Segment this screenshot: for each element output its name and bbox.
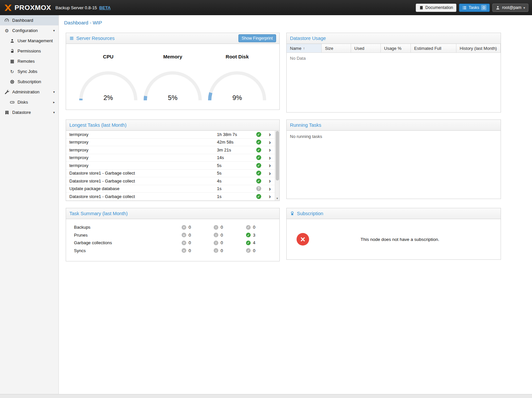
show-fingerprint-button[interactable]: Show Fingerprint xyxy=(238,34,276,42)
running-tasks-header: Running Tasks xyxy=(287,120,501,131)
sidebar-item-configuration[interactable]: ⚙ Configuration ▾ xyxy=(0,25,58,36)
summary-label: Backups xyxy=(66,225,182,230)
datastore-usage-panel: Datastore Usage Name ↑ Size Used Usage %… xyxy=(286,33,501,113)
summary-label: Prunes xyxy=(66,233,182,238)
chevron-right-icon[interactable]: › xyxy=(266,186,274,192)
life-ring-icon xyxy=(9,80,15,84)
column-header-history[interactable]: History (last Month) xyxy=(456,44,501,52)
chevron-right-icon[interactable]: ▸ xyxy=(53,100,55,104)
task-status-icon: ✓ xyxy=(256,155,261,160)
chevron-right-icon[interactable]: › xyxy=(266,155,274,161)
sidebar-item-sync-jobs[interactable]: ↻ Sync Jobs xyxy=(0,66,58,77)
chevron-down-icon[interactable]: ▾ xyxy=(53,90,55,94)
no-subscription-icon: × xyxy=(297,233,309,246)
user-icon xyxy=(9,39,15,43)
column-header-used[interactable]: Used xyxy=(351,44,381,52)
sidebar-item-user-management[interactable]: User Management xyxy=(0,36,58,46)
proxmox-logo-icon xyxy=(4,4,13,12)
sidebar-item-remotes[interactable]: Remotes xyxy=(0,56,58,66)
task-status-icon: ✓ xyxy=(256,163,261,168)
task-row[interactable]: termproxy 1h 38m 7s ✓ › xyxy=(66,131,279,139)
error-icon: × xyxy=(182,233,186,237)
task-status-icon: ✓ xyxy=(256,171,261,176)
documentation-button[interactable]: Documentation xyxy=(416,4,456,12)
vertical-scrollbar[interactable]: ▾ xyxy=(275,131,279,201)
gauge-percent: 5% xyxy=(141,94,204,102)
task-status-icon: ✓ xyxy=(256,194,261,199)
tasks-label: Tasks xyxy=(469,5,479,10)
refresh-icon: ↻ xyxy=(9,69,15,74)
ok-icon: ✓ xyxy=(246,248,251,253)
sidebar-item-disks[interactable]: Disks ▸ xyxy=(0,97,58,107)
chevron-right-icon[interactable]: › xyxy=(266,131,274,137)
ok-count: ✓3 xyxy=(246,233,279,238)
panel-title: Datastore Usage xyxy=(290,36,326,41)
sidebar-item-permissions[interactable]: Permissions xyxy=(0,46,58,56)
scrollbar-thumb[interactable] xyxy=(276,131,279,181)
ok-icon: ✓ xyxy=(246,233,251,237)
column-header-size[interactable]: Size xyxy=(322,44,351,52)
subscription-panel: Subscription × This node does not have a… xyxy=(286,208,501,260)
task-duration: 14s xyxy=(217,155,252,160)
user-menu-button[interactable]: root@pam ▾ xyxy=(492,4,528,12)
warning-icon: ! xyxy=(214,241,218,245)
warning-count: !0 xyxy=(214,240,246,245)
chevron-right-icon[interactable]: › xyxy=(266,170,274,176)
chevron-right-icon[interactable]: › xyxy=(266,193,274,199)
warning-icon: ! xyxy=(214,248,218,253)
sidebar-item-datastore[interactable]: Datastore ▾ xyxy=(0,107,58,117)
task-row[interactable]: Datastore store1 - Garbage collect 1s ✓ … xyxy=(66,193,279,201)
task-status-icon: ✓ xyxy=(256,140,261,145)
sidebar-item-dashboard[interactable]: Dashboard xyxy=(0,15,58,25)
subscription-message: This node does not have a subscription. xyxy=(309,237,491,242)
task-duration: 5s xyxy=(217,171,252,176)
column-header-estimated-full[interactable]: Estimated Full xyxy=(411,44,456,52)
hdd-icon xyxy=(9,100,15,105)
chevron-right-icon[interactable]: › xyxy=(266,147,274,153)
error-count: ×0 xyxy=(182,240,214,245)
task-row[interactable]: termproxy 3m 21s ✓ › xyxy=(66,146,279,154)
error-count: ×0 xyxy=(182,225,214,230)
task-status-icon: ? xyxy=(256,186,261,191)
user-icon xyxy=(496,6,500,10)
datastore-usage-column-headers: Name ↑ Size Used Usage % Estimated Full … xyxy=(287,44,501,53)
warning-icon: ! xyxy=(214,225,218,230)
panel-title: Server Resources xyxy=(76,36,115,41)
panel-title: Subscription xyxy=(297,211,323,216)
chevron-right-icon[interactable]: › xyxy=(266,162,274,168)
error-count: ×0 xyxy=(182,233,214,238)
task-name: Datastore store1 - Garbage collect xyxy=(69,194,217,199)
task-row[interactable]: Update package database 1s ? › xyxy=(66,185,279,193)
task-row[interactable]: Datastore store1 - Garbage collect 5s ✓ … xyxy=(66,170,279,178)
sidebar-item-label: Remotes xyxy=(18,59,35,64)
task-duration: 5s xyxy=(217,163,252,168)
column-header-usage-percent[interactable]: Usage % xyxy=(381,44,411,52)
task-row[interactable]: Datastore store1 - Garbage collect 4s ✓ … xyxy=(66,177,279,185)
horizontal-scrollbar[interactable] xyxy=(0,394,532,398)
task-duration: 4s xyxy=(217,179,252,183)
task-row[interactable]: termproxy 42m 58s ✓ › xyxy=(66,139,279,147)
sidebar-item-administration[interactable]: Administration ▾ xyxy=(0,87,58,97)
chevron-down-icon[interactable]: ▾ xyxy=(53,111,55,114)
task-row[interactable]: termproxy 14s ✓ › xyxy=(66,154,279,162)
panel-title: Task Summary (last Month) xyxy=(69,211,127,216)
chevron-right-icon[interactable]: › xyxy=(266,178,274,184)
tasks-button[interactable]: Tasks 0 xyxy=(459,4,490,12)
sidebar-item-label: Disks xyxy=(18,100,28,105)
task-name: Update package database xyxy=(69,186,217,191)
chevron-down-icon: ▾ xyxy=(523,6,525,10)
error-icon: × xyxy=(182,241,186,245)
unlock-icon xyxy=(9,49,15,53)
user-menu-label: root@pam xyxy=(502,5,521,10)
scrollbar-down-arrow[interactable]: ▾ xyxy=(275,196,279,201)
chevron-down-icon[interactable]: ▾ xyxy=(53,29,55,32)
ok-icon: ✓ xyxy=(246,225,251,230)
no-running-tasks-text: No running tasks xyxy=(287,131,501,199)
column-header-name[interactable]: Name ↑ xyxy=(287,44,322,52)
task-duration: 3m 21s xyxy=(217,148,252,152)
sidebar-item-subscription[interactable]: Subscription xyxy=(0,77,58,87)
panel-title: Longest Tasks (last Month) xyxy=(69,122,126,128)
chevron-right-icon[interactable]: › xyxy=(266,139,274,145)
task-row[interactable]: termproxy 5s ✓ › xyxy=(66,162,279,170)
beta-link[interactable]: BETA xyxy=(99,5,111,10)
